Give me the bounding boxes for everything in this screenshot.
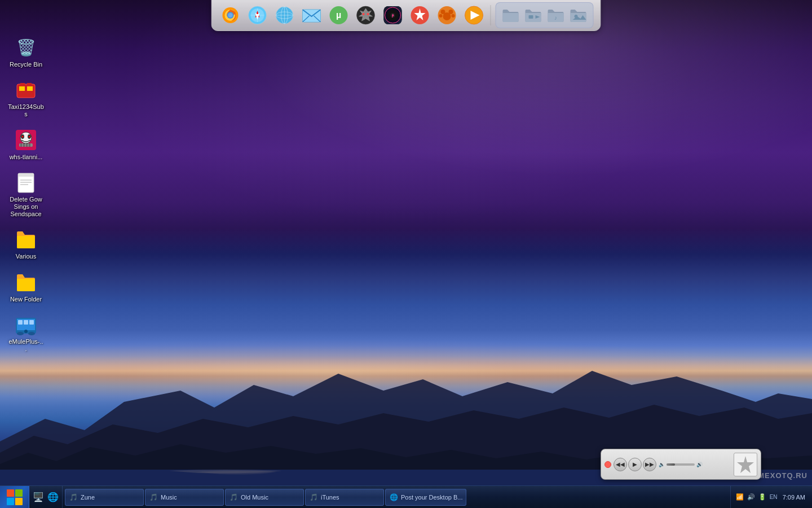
svg-point-27 [24, 330, 28, 333]
dock-adium[interactable] [408, 3, 432, 27]
recycle-bin-label: Recycle Bin [10, 61, 42, 68]
itunes-next-button[interactable]: ▶▶ [643, 458, 656, 471]
svg-rect-14 [23, 143, 25, 147]
various-icon [15, 228, 37, 251]
dock-folder-music[interactable]: ♪ [546, 5, 566, 25]
wallpaper-stars [0, 0, 812, 279]
dock-folder-video[interactable] [523, 5, 544, 25]
svg-point-52 [363, 13, 365, 15]
dock-mail[interactable] [300, 3, 324, 27]
itunes-taskbar-icon: 🎵 [309, 493, 318, 502]
system-clock[interactable]: 7:09 AM [780, 494, 807, 501]
svg-rect-70 [529, 15, 533, 19]
logo-yellow [15, 498, 23, 505]
svg-rect-16 [29, 143, 30, 147]
music-label: Music [161, 494, 177, 501]
taskbar-btn-itunes[interactable]: 🎵 iTunes [305, 489, 384, 506]
svg-point-11 [29, 135, 30, 137]
quick-launch-bar: 🖥️ 🌐 [29, 486, 63, 508]
desktop-icon-taxi1234subs[interactable]: Taxi1234Subs [6, 76, 46, 120]
svg-rect-2 [19, 86, 25, 91]
various-label: Various [16, 253, 36, 260]
svg-point-64 [441, 10, 445, 14]
svg-rect-3 [27, 86, 33, 91]
desktop-icon-emuleplus[interactable]: eMulePlus-... [6, 311, 46, 355]
svg-rect-24 [18, 320, 23, 325]
ql-ie[interactable]: 🌐 [46, 491, 60, 504]
dock-folder-pictures[interactable] [568, 5, 589, 25]
taskbar-btn-zune[interactable]: 🎵 Zune [65, 489, 144, 506]
dock-folder-documents[interactable] [501, 5, 521, 25]
svg-point-29 [28, 332, 35, 335]
volume-fill [667, 463, 675, 466]
dock-network[interactable] [273, 3, 297, 27]
svg-rect-5 [27, 83, 32, 85]
dock-separator [491, 5, 491, 25]
dock-firefox[interactable] [219, 3, 242, 27]
whs-tlanni-icon [15, 129, 37, 151]
tray-network-icon[interactable]: 📶 [735, 493, 744, 502]
svg-text:µ: µ [336, 10, 341, 20]
taskbar-btn-post-desktop[interactable]: 🌐 Post your Desktop B... [385, 489, 466, 506]
post-desktop-icon: 🌐 [389, 493, 398, 502]
desktop-icon-delete-gow[interactable]: Delete Gow Sings on Sendspace [6, 169, 46, 221]
itunes-artwork [734, 453, 757, 476]
desktop-icon-various[interactable]: Various [6, 226, 46, 262]
svg-point-65 [449, 10, 453, 14]
volume-bar [667, 463, 695, 466]
windows-logo [7, 489, 23, 505]
taskbar: 🖥️ 🌐 🎵 Zune 🎵 Music 🎵 Old Music 🎵 iTunes [0, 485, 812, 508]
svg-point-67 [452, 14, 455, 17]
zune-icon: 🎵 [69, 493, 78, 502]
dock-play[interactable] [462, 3, 486, 27]
taskbar-btn-old-music[interactable]: 🎵 Old Music [225, 489, 304, 506]
svg-rect-18 [18, 173, 34, 177]
dock-folders: ♪ [496, 2, 594, 28]
tray-lang-icon[interactable]: EN [769, 493, 778, 502]
taxi1234subs-label: Taxi1234Subs [8, 103, 44, 118]
desktop-icon-recycle-bin[interactable]: 🗑️ Recycle Bin [6, 34, 46, 71]
svg-rect-26 [29, 320, 34, 325]
dock-utorrent[interactable]: µ [327, 3, 351, 27]
logo-red [7, 489, 14, 497]
system-tray: 📶 🔊 🔋 EN 7:09 AM [730, 486, 812, 508]
itunes-prev-button[interactable]: ◀◀ [614, 458, 627, 471]
svg-rect-25 [24, 320, 28, 325]
new-folder-label: New Folder [10, 296, 42, 303]
recycle-bin-icon: 🗑️ [15, 36, 37, 59]
itunes-volume-area: 🔈 🔊 [659, 462, 703, 467]
dock-itunes[interactable]: ♪ [381, 3, 405, 27]
zune-label: Zune [81, 494, 95, 501]
tray-battery-icon[interactable]: 🔋 [758, 493, 767, 502]
old-music-label: Old Music [241, 494, 268, 501]
logo-blue [7, 498, 14, 505]
desktop-icon-new-folder[interactable]: New Folder [6, 269, 46, 305]
delete-gow-label: Delete Gow Sings on Sendspace [8, 196, 44, 218]
volume-high-icon: 🔊 [696, 462, 703, 467]
itunes-close-button[interactable] [604, 461, 611, 468]
svg-point-28 [17, 332, 24, 335]
itunes-controls: ◀◀ ▶ ▶▶ [614, 458, 656, 471]
taskbar-btn-music[interactable]: 🎵 Music [145, 489, 224, 506]
svg-rect-15 [26, 143, 28, 147]
desktop-icon-whs-tlanni[interactable]: whs-tlanni... [6, 126, 46, 163]
svg-point-10 [22, 135, 24, 137]
taxi1234subs-icon [15, 78, 37, 101]
itunes-play-button[interactable]: ▶ [628, 458, 642, 471]
emuleplus-icon [15, 313, 37, 336]
dock-growl[interactable] [354, 3, 378, 27]
taskbar-buttons: 🎵 Zune 🎵 Music 🎵 Old Music 🎵 iTunes 🌐 Po… [63, 486, 730, 508]
new-folder-icon [15, 271, 37, 294]
volume-low-icon: 🔈 [659, 462, 665, 467]
svg-point-33 [228, 13, 233, 17]
dock-safari[interactable] [246, 3, 270, 27]
ql-show-desktop[interactable]: 🖥️ [32, 491, 45, 504]
dock-paw[interactable] [435, 3, 459, 27]
tray-volume-icon[interactable]: 🔊 [747, 493, 756, 502]
emuleplus-label: eMulePlus-... [8, 338, 44, 353]
old-music-icon: 🎵 [229, 493, 238, 502]
svg-text:♪: ♪ [554, 15, 557, 21]
desktop: 🗑️ Recycle Bin Taxi1234Subs [0, 0, 812, 508]
top-dock: µ [211, 0, 601, 31]
start-button[interactable] [0, 486, 29, 509]
